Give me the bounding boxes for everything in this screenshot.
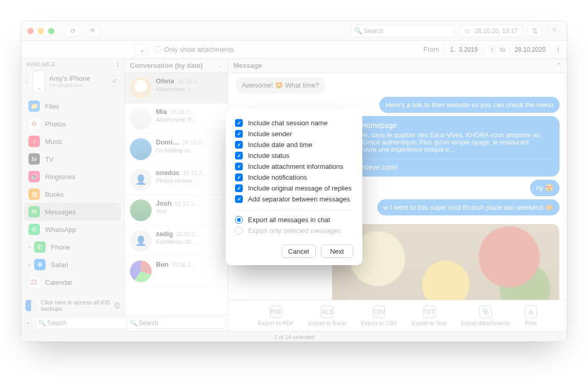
- sidebar-item-books[interactable]: ▥Books: [24, 185, 121, 203]
- conversation-date: 19.10.2…: [183, 170, 208, 176]
- conversation-date: 20.08.2…: [172, 261, 197, 268]
- message-bubble[interactable]: Here's a link to their website so you ca…: [379, 97, 560, 113]
- conversation-row[interactable]: Olivia28.10.2…Attachment: i…: [125, 73, 228, 104]
- zoom-icon[interactable]: [48, 28, 54, 34]
- sidebar-item-safari[interactable]: ▸❋Safari: [24, 256, 121, 273]
- export-option-checkbox[interactable]: Include original message of replies: [235, 183, 353, 194]
- checkbox-icon: [235, 163, 243, 170]
- whatsapp-icon: ✆: [28, 224, 40, 235]
- transfer-button[interactable]: ⇅: [527, 25, 542, 37]
- add-button[interactable]: ＋: [24, 318, 32, 328]
- export-toolbar: PDFExport to PDFXLSExport to ExcelCSVExp…: [228, 300, 567, 331]
- export-option-checkbox[interactable]: Include notifications: [235, 172, 353, 183]
- backup-picker[interactable]: ⏲ 28.10.20, 13:17: [460, 25, 522, 37]
- sidebar-item-photos[interactable]: ✿Photos: [24, 115, 121, 133]
- global-search[interactable]: 🔍: [351, 25, 454, 37]
- minimize-icon[interactable]: [38, 28, 44, 34]
- filter-dropdown-button[interactable]: ⌄: [135, 45, 149, 55]
- conversation-row[interactable]: 👤zadig26.09.2…Fall/Winter 20…: [125, 226, 228, 256]
- conversation-row[interactable]: Domi…26.10.2…I'm kidding yo…: [125, 134, 228, 165]
- preview-button[interactable]: 👁: [85, 25, 100, 37]
- checkbox-icon: [235, 173, 243, 181]
- from-label: From: [423, 46, 439, 53]
- messages-icon: ✉: [28, 206, 40, 217]
- sidebar-item-phone[interactable]: ▸✆Phone: [24, 238, 121, 256]
- sidebar-item-ringtones[interactable]: 🔊Ringtones: [24, 168, 121, 185]
- sidebar-item-label: WhatsApp: [45, 226, 76, 234]
- sidebar-item-label: Calendar: [45, 279, 72, 286]
- checkbox-icon: [235, 141, 243, 149]
- sidebar-search[interactable]: 🔍: [35, 317, 129, 329]
- backups-note[interactable]: Click here to access all iOS backups ✕: [21, 296, 124, 315]
- sidebar-item-label: Photos: [45, 120, 66, 128]
- sidebar-item-label: Files: [45, 103, 59, 110]
- sidebar-item-files[interactable]: 📁Files: [24, 97, 121, 115]
- sidebar-item-tv[interactable]: tvTV: [24, 150, 121, 168]
- from-date-stepper[interactable]: ▲▼: [489, 46, 495, 54]
- device-row[interactable]: ⌄ Amy's iPhone messages ans… ↺: [21, 68, 124, 97]
- export-action[interactable]: 📎Export Attachments: [461, 306, 510, 326]
- ringtones-icon: 🔊: [28, 171, 40, 182]
- avatar: 👤: [130, 230, 152, 252]
- avatar: 👤: [130, 169, 152, 191]
- export-option-checkbox[interactable]: Add separator between messages: [235, 194, 353, 205]
- conversation-row[interactable]: Ben20.08.2…: [125, 256, 228, 287]
- export-option-label: Include notifications: [248, 173, 307, 181]
- to-date-field[interactable]: [509, 45, 551, 55]
- radio-icon: [235, 216, 243, 224]
- export-action[interactable]: 🖨Print: [525, 306, 537, 326]
- statusbar: 1 of 14 selected: [21, 331, 567, 342]
- sidebar-item-calendar[interactable]: 21Calendar: [24, 273, 121, 291]
- device-subtitle: messages ans…: [49, 82, 90, 88]
- to-date-stepper[interactable]: ▲▼: [555, 46, 562, 54]
- only-attachments-checkbox[interactable]: Only show attachments: [154, 46, 234, 53]
- conversation-row[interactable]: Josh15.10.2…Yes!: [125, 195, 228, 226]
- search-icon: 🔍: [354, 27, 362, 35]
- export-option-checkbox[interactable]: Include status: [235, 150, 353, 161]
- chevron-down-icon: ⌄: [24, 79, 28, 84]
- conversation-row[interactable]: Mia28.10.2…Attachment: P…: [125, 104, 228, 134]
- sidebar-search-input[interactable]: [35, 317, 129, 329]
- sidebar-item-music[interactable]: ♪Music: [24, 133, 121, 150]
- chevron-right-icon: ▸: [28, 244, 31, 250]
- window-controls[interactable]: [27, 28, 54, 34]
- sidebar-section-header: AVAILABLE 1: [21, 59, 124, 68]
- conversation-search[interactable]: 🔍: [127, 317, 226, 329]
- export-all-radio[interactable]: Export all messages in chat: [235, 214, 353, 225]
- export-action[interactable]: XLSExport to Excel: [308, 306, 346, 326]
- checkbox-icon: [154, 46, 161, 53]
- sidebar-item-messages[interactable]: ✉Messages: [24, 203, 121, 221]
- message-bubble[interactable]: ny 😍: [530, 180, 560, 196]
- conversation-search-input[interactable]: [127, 317, 226, 329]
- checkbox-icon: [235, 184, 243, 192]
- help-button[interactable]: ?: [547, 24, 561, 38]
- export-action[interactable]: TXTExport to Text: [411, 306, 446, 326]
- selection-status: 1 of 14 selected: [274, 334, 314, 340]
- cancel-button[interactable]: Cancel: [282, 244, 316, 258]
- export-option-checkbox[interactable]: Include date and time: [235, 139, 353, 150]
- sidebar-item-whatsapp[interactable]: ✆WhatsApp: [24, 221, 121, 238]
- export-action[interactable]: PDFExport to PDF: [258, 306, 293, 326]
- export-action[interactable]: CSVExport to CSV: [361, 306, 397, 326]
- message-bubble[interactable]: Awesome! 🤩 What time?: [236, 77, 325, 94]
- export-icon: PDF: [270, 306, 282, 318]
- export-option-checkbox[interactable]: Include attachment informations: [235, 161, 353, 172]
- conversation-row[interactable]: 👤onedoc19.10.2…Please remem…: [125, 165, 228, 195]
- message-bubble[interactable]: w I went to this super cool Brunch place…: [377, 199, 560, 216]
- close-icon[interactable]: [27, 28, 34, 34]
- finder-icon: [25, 300, 37, 311]
- from-date-field[interactable]: [443, 45, 484, 55]
- image-attachment[interactable]: [332, 224, 560, 300]
- export-selected-radio: Export only selected messages: [235, 225, 353, 236]
- export-option-label: Add separator between messages: [248, 195, 350, 203]
- restore-icon[interactable]: ↺: [109, 76, 120, 87]
- export-option-checkbox[interactable]: Include sender: [235, 128, 353, 139]
- safari-icon: ❋: [34, 259, 46, 270]
- conversation-header[interactable]: Conversation (by date) ⌄: [125, 59, 228, 73]
- next-button[interactable]: Next: [321, 244, 353, 258]
- dismiss-note-icon[interactable]: ✕: [114, 302, 120, 309]
- refresh-button[interactable]: ⟳: [66, 25, 80, 37]
- search-input[interactable]: [351, 25, 454, 37]
- chevron-up-icon[interactable]: ⌃: [556, 62, 562, 69]
- export-option-checkbox[interactable]: Include chat session name: [235, 118, 353, 128]
